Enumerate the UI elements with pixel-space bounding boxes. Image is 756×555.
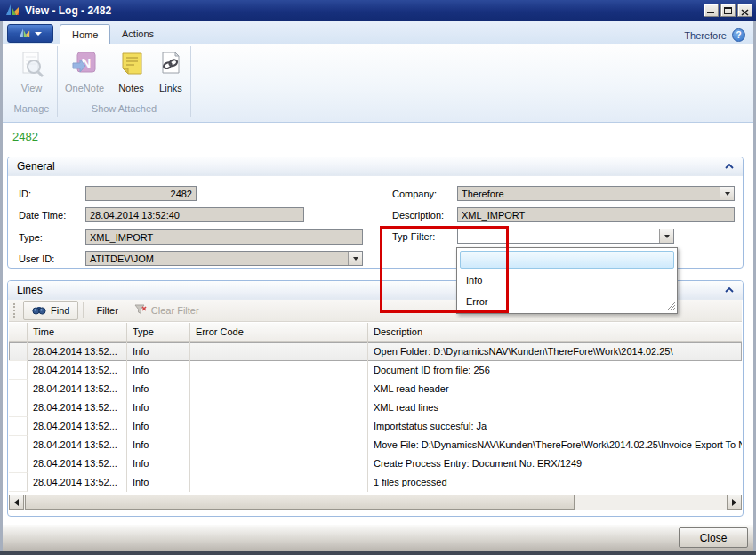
lines-fasttab: Lines Find Filter [7,280,744,517]
chevron-down-icon [35,32,42,36]
userid-label: User ID: [19,253,54,264]
column-header-time[interactable]: Time [28,323,127,341]
onenote-icon: N [71,51,98,81]
view-document-magnifier-icon [19,51,45,81]
chevron-down-icon [664,235,670,238]
datetime-field: 28.04.2014 13:52:40 [85,207,304,222]
row-marker [9,454,28,473]
chevron-down-icon [353,257,358,261]
row-marker [9,361,28,380]
column-header-type[interactable]: Type [127,323,190,341]
company-field[interactable]: Therefore [457,186,735,201]
datetime-label: Date Time: [19,210,66,221]
id-label: ID: [19,189,31,199]
description-field: XML_IMPORT [457,207,735,222]
type-label: Type: [19,232,43,243]
id-field: 2482 [85,186,197,201]
close-button[interactable]: Close [679,527,748,548]
column-header-description[interactable]: Description [368,323,742,341]
scrollbar-thumb[interactable] [25,495,575,510]
collapse-general-button[interactable] [725,164,734,169]
maximize-button[interactable] [720,4,736,17]
binoculars-icon [32,304,46,317]
close-icon [741,7,749,18]
sticky-note-icon [119,51,144,81]
find-button[interactable]: Find [23,301,78,320]
app-window: View - Log - 2482 Home A [0,0,756,555]
table-row[interactable]: 28.04.2014 13:52... Info XML read lines [9,398,742,417]
ribbon-group-label-show-attached: Show Attached [58,103,190,114]
type-field: XML_IMPORT [85,229,363,245]
table-row[interactable]: 28.04.2014 13:52... Info Importstatus su… [9,417,742,436]
application-menu-button[interactable] [7,24,53,43]
scroll-right-button[interactable] [727,495,742,510]
window-title: View - Log - 2482 [25,4,111,17]
footer-bar: Close [3,525,753,551]
close-window-button[interactable] [737,4,752,17]
filter-button[interactable]: Filter [88,302,125,318]
annotation-highlight-rectangle [380,226,509,313]
toolbar-drag-handle [13,303,17,318]
table-row[interactable]: 28.04.2014 13:52... Info Open Folder: D:… [9,342,742,361]
ribbon-group-label-manage: Manage [6,103,57,114]
app-logo-icon [19,28,30,40]
app-logo-icon [5,4,20,18]
clear-filter-icon [134,304,147,317]
horizontal-scrollbar[interactable] [9,495,742,510]
row-marker [9,417,28,436]
minimize-icon [707,12,714,13]
column-header-error-code[interactable]: Error Code [190,323,368,341]
titlebar: View - Log - 2482 [0,0,756,21]
lines-table-header: Time Type Error Code Description [9,323,742,342]
ribbon-group-show-attached: N OneNote [58,46,191,117]
row-marker [9,473,28,492]
row-marker [9,436,28,454]
view-button: View [15,49,49,95]
chain-links-icon [158,51,183,81]
help-button[interactable]: ? [732,28,745,42]
ribbon-group-manage: View Manage [6,46,58,117]
maximize-icon [724,7,732,14]
chevron-down-icon [725,192,730,196]
userid-field[interactable]: ATITDEV\JOM [85,251,363,266]
triangle-right-icon [732,499,736,506]
window-border-bottom [0,551,756,555]
row-marker [9,398,28,417]
onenote-button: N OneNote [61,49,108,95]
table-row[interactable]: 28.04.2014 13:52... Info Document ID fro… [9,361,742,380]
row-marker [9,380,28,398]
clear-filter-button: Clear Filter [126,302,207,319]
resize-grip-icon[interactable] [665,300,676,312]
toolbar-separator [83,302,84,318]
row-marker [9,342,28,361]
userid-dropdown-button[interactable] [348,252,362,265]
window-border-left [0,21,3,551]
typfilter-dropdown-button[interactable] [659,229,673,243]
column-header-marker [9,323,28,341]
tab-home[interactable]: Home [60,24,110,44]
company-dropdown-button[interactable] [720,187,734,200]
table-row[interactable]: 28.04.2014 13:52... Info Move File: D:\D… [9,436,742,454]
table-row[interactable]: 28.04.2014 13:52... Info XML read header [9,380,742,398]
tab-actions[interactable]: Actions [110,24,165,44]
ribbon: View Manage N OneNote [3,44,753,123]
company-label: Company: [392,189,437,199]
notes-button[interactable]: Notes [115,49,148,95]
lines-table-body: 28.04.2014 13:52... Info Open Folder: D:… [9,342,742,492]
minimize-button[interactable] [704,4,719,17]
scroll-left-button[interactable] [9,495,24,510]
record-title: 2482 [12,130,38,143]
ribbon-right-label: Therefore [684,30,727,41]
description-label: Description: [392,210,444,221]
table-row[interactable]: 28.04.2014 13:52... Info Create Process … [9,454,742,473]
links-button[interactable]: Links [155,49,187,95]
general-header[interactable]: General [8,157,743,176]
collapse-lines-button[interactable] [725,287,734,293]
triangle-left-icon [14,499,19,506]
table-row[interactable]: 28.04.2014 13:52... Info 1 files process… [9,473,742,492]
ribbon-tab-row: Home Actions Therefore ? [3,21,753,44]
